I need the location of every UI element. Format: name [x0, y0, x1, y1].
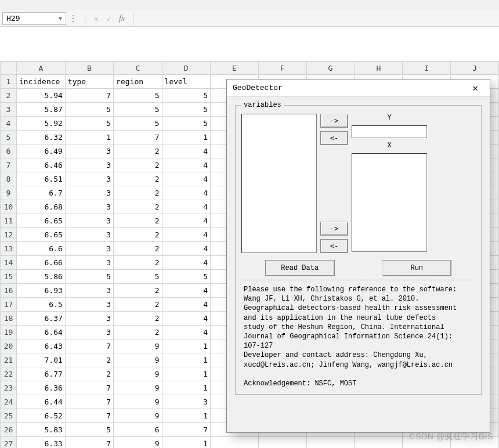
- column-header[interactable]: C: [114, 62, 162, 75]
- column-header[interactable]: A: [16, 62, 65, 75]
- source-variables-list[interactable]: [241, 114, 317, 253]
- cell[interactable]: 3: [65, 186, 113, 200]
- row-header[interactable]: 18: [1, 312, 17, 326]
- cell[interactable]: [306, 437, 355, 449]
- cell[interactable]: 9: [114, 381, 162, 395]
- cell[interactable]: 5: [65, 117, 113, 131]
- cell[interactable]: 5.92: [16, 117, 65, 131]
- cell[interactable]: 3: [65, 298, 113, 312]
- cell[interactable]: 6.65: [16, 214, 65, 228]
- cell[interactable]: 6.6: [16, 242, 65, 256]
- column-header[interactable]: E: [210, 62, 258, 75]
- fx-icon[interactable]: fx: [115, 14, 128, 23]
- row-header[interactable]: 22: [1, 367, 17, 381]
- dialog-title-bar[interactable]: GeoDetector ✕: [227, 80, 490, 97]
- cell[interactable]: 7: [65, 339, 113, 353]
- cell[interactable]: 2: [114, 186, 162, 200]
- column-header[interactable]: G: [306, 62, 355, 75]
- cell[interactable]: 4: [162, 326, 210, 339]
- cell[interactable]: 5: [114, 117, 162, 131]
- cell[interactable]: 6.68: [16, 200, 65, 214]
- cell[interactable]: 2: [65, 367, 113, 381]
- cell[interactable]: 4: [162, 312, 210, 326]
- cell[interactable]: 7: [65, 437, 113, 449]
- row-header[interactable]: 4: [1, 117, 17, 131]
- cell[interactable]: 6.49: [16, 144, 65, 158]
- cell[interactable]: 3: [65, 326, 113, 339]
- cell[interactable]: 2: [114, 228, 162, 242]
- cell[interactable]: 2: [114, 284, 162, 298]
- cell[interactable]: incidence: [16, 75, 65, 89]
- row-header[interactable]: 17: [1, 298, 17, 312]
- row-header[interactable]: 27: [1, 437, 17, 449]
- quick-insert-icon[interactable]: ●●●: [66, 14, 80, 23]
- row-header[interactable]: 3: [1, 103, 17, 117]
- cell[interactable]: 4: [162, 298, 210, 312]
- cell[interactable]: 7: [65, 381, 113, 395]
- cell[interactable]: 4: [162, 200, 210, 214]
- cell[interactable]: 6.64: [16, 326, 65, 339]
- cell[interactable]: 5: [162, 103, 210, 117]
- cell[interactable]: 9: [114, 339, 162, 353]
- cell[interactable]: 3: [65, 256, 113, 270]
- cell[interactable]: 3: [65, 144, 113, 158]
- cell[interactable]: 9: [114, 367, 162, 381]
- cell[interactable]: 7: [114, 131, 162, 144]
- cell[interactable]: 5: [65, 103, 113, 117]
- cell[interactable]: 2: [65, 353, 113, 367]
- cell[interactable]: region: [114, 75, 162, 89]
- cell[interactable]: 2: [114, 214, 162, 228]
- column-header[interactable]: I: [403, 62, 451, 75]
- cell[interactable]: 6.52: [16, 409, 65, 423]
- cell[interactable]: 7: [65, 89, 113, 103]
- cell[interactable]: type: [65, 75, 113, 89]
- cell[interactable]: 3: [65, 158, 113, 172]
- cell[interactable]: 7: [65, 409, 113, 423]
- row-header[interactable]: 8: [1, 172, 17, 186]
- row-header[interactable]: 23: [1, 381, 17, 395]
- cell[interactable]: 5.86: [16, 270, 65, 284]
- cell[interactable]: 6.51: [16, 172, 65, 186]
- chevron-down-icon[interactable]: ▼: [59, 15, 62, 21]
- cell[interactable]: 1: [162, 367, 210, 381]
- cell[interactable]: 5.94: [16, 89, 65, 103]
- cell[interactable]: 5: [114, 270, 162, 284]
- cell[interactable]: 9: [114, 353, 162, 367]
- cell[interactable]: 4: [162, 214, 210, 228]
- cell[interactable]: 4: [162, 228, 210, 242]
- column-header[interactable]: B: [65, 62, 113, 75]
- cell[interactable]: 6.36: [16, 381, 65, 395]
- cell[interactable]: 5: [65, 423, 113, 437]
- cell[interactable]: 9: [114, 409, 162, 423]
- cell[interactable]: 1: [162, 381, 210, 395]
- row-header[interactable]: 1: [1, 75, 17, 89]
- cell[interactable]: 3: [65, 242, 113, 256]
- cell[interactable]: 3: [65, 172, 113, 186]
- row-header[interactable]: 12: [1, 228, 17, 242]
- cell[interactable]: 4: [162, 256, 210, 270]
- name-box[interactable]: H29 ▼: [2, 12, 66, 25]
- cell[interactable]: 6.93: [16, 284, 65, 298]
- row-header[interactable]: 16: [1, 284, 17, 298]
- cell[interactable]: [258, 437, 306, 449]
- cell[interactable]: 1: [65, 131, 113, 144]
- cell[interactable]: 3: [65, 200, 113, 214]
- move-to-x-button[interactable]: ->: [320, 222, 348, 236]
- cell[interactable]: 5.87: [16, 103, 65, 117]
- cell[interactable]: [451, 437, 499, 449]
- cell[interactable]: 6.65: [16, 228, 65, 242]
- cancel-icon[interactable]: ✕: [90, 14, 103, 23]
- cell[interactable]: 3: [65, 284, 113, 298]
- cell[interactable]: 5: [162, 270, 210, 284]
- cell[interactable]: 2: [114, 200, 162, 214]
- row-header[interactable]: 21: [1, 353, 17, 367]
- cell[interactable]: 4: [162, 186, 210, 200]
- cell[interactable]: 6.7: [16, 186, 65, 200]
- row-header[interactable]: 5: [1, 131, 17, 144]
- close-icon[interactable]: ✕: [467, 82, 484, 94]
- column-header[interactable]: H: [355, 62, 403, 75]
- cell[interactable]: [355, 437, 403, 449]
- cell[interactable]: 9: [114, 437, 162, 449]
- row-header[interactable]: 24: [1, 395, 17, 409]
- cell[interactable]: 6.43: [16, 339, 65, 353]
